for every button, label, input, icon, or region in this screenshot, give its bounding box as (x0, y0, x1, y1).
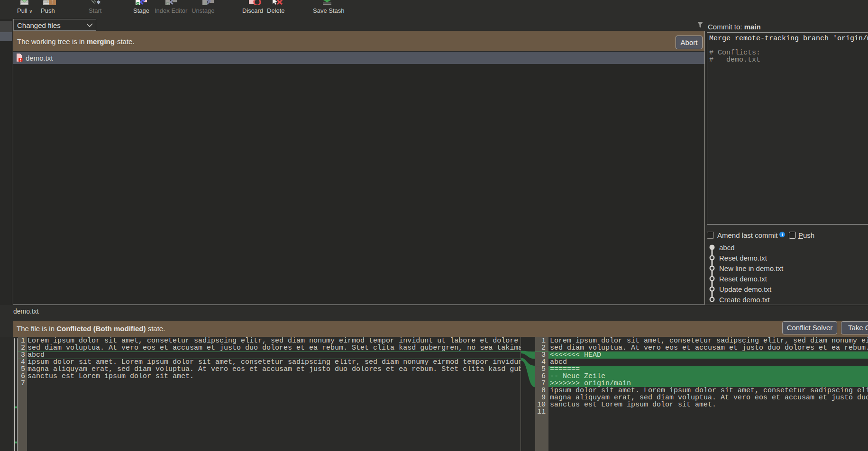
svg-text:1: 1 (51, 0, 55, 5)
